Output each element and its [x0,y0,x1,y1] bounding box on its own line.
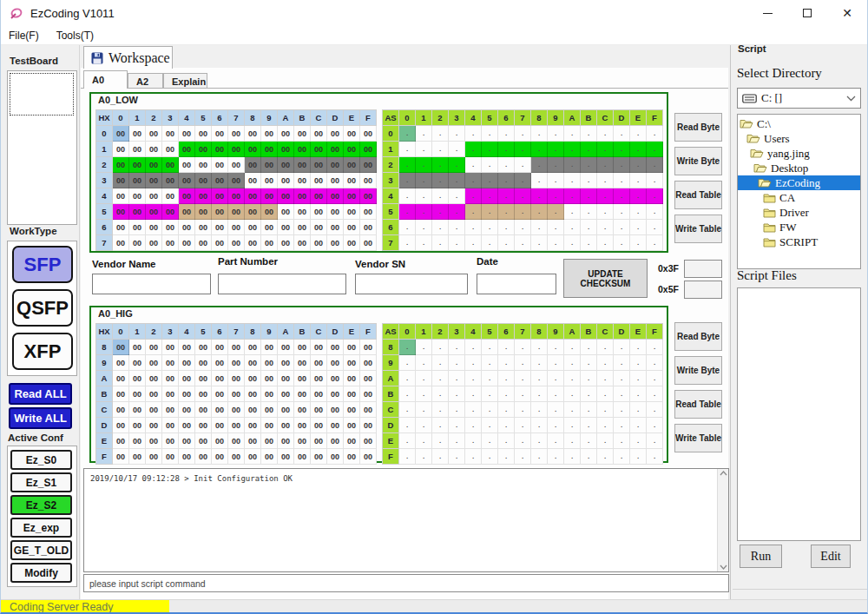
worktype-button-sfp[interactable]: SFP [12,246,73,283]
ascii-cell[interactable]: . [647,449,663,465]
ascii-cell[interactable]: . [498,126,515,142]
hex-cell[interactable]: 00 [162,142,179,157]
tree-item-driver[interactable]: Driver [738,205,860,220]
ascii-cell[interactable]: . [564,188,581,204]
hex-cell[interactable]: 00 [212,402,228,418]
hex-cell[interactable]: 00 [129,157,146,173]
hex-cell[interactable]: 00 [195,402,212,418]
ascii-cell[interactable]: . [482,371,498,386]
hex-cell[interactable]: 00 [179,220,195,235]
ascii-cell[interactable]: . [465,433,482,449]
ascii-cell[interactable]: . [597,402,614,418]
ascii-cell[interactable]: . [647,188,663,204]
ascii-cell[interactable]: . [548,386,564,402]
hex-cell[interactable]: 00 [212,173,228,188]
hex-cell[interactable]: 00 [228,355,245,371]
ascii-cell[interactable]: . [449,142,465,157]
hex-cell[interactable]: 00 [113,340,129,355]
hex-cell[interactable]: 00 [162,340,179,355]
hex-cell[interactable]: 00 [146,220,162,235]
hex-cell[interactable]: 00 [113,371,129,386]
ascii-cell[interactable]: . [581,418,597,433]
hex-cell[interactable]: 00 [360,220,377,235]
ascii-cell[interactable]: . [432,418,449,433]
hex-cell[interactable]: 00 [245,157,261,173]
hex-cell[interactable]: 00 [344,235,360,251]
menu-item-tools[interactable]: Tools(T) [56,30,94,42]
hex-cell[interactable]: 00 [146,418,162,433]
hex-cell[interactable]: 00 [360,188,377,204]
hex-cell[interactable]: 00 [113,204,129,220]
ascii-cell[interactable]: . [399,340,416,355]
hex-cell[interactable]: 00 [278,126,294,142]
ascii-cell[interactable]: . [399,418,416,433]
hex-cell[interactable]: 00 [129,204,146,220]
hex-cell[interactable]: 00 [360,157,377,173]
ascii-cell[interactable]: . [515,386,531,402]
hex-cell[interactable]: 00 [245,173,261,188]
hex-cell[interactable]: 00 [195,386,212,402]
hex-cell[interactable]: 00 [129,126,146,142]
hex-cell[interactable]: 00 [146,340,162,355]
ascii-cell[interactable]: . [482,235,498,251]
ascii-cell[interactable]: . [498,142,515,157]
log-output-area[interactable]: 2019/10/17 09:12:28 > Init Configuration… [83,468,729,572]
ascii-cell[interactable]: . [548,371,564,386]
hex-cell[interactable]: 00 [245,188,261,204]
hex-cell[interactable]: 00 [228,235,245,251]
hex-cell[interactable]: 00 [129,418,146,433]
ascii-cell[interactable]: . [432,188,449,204]
ascii-cell[interactable]: . [498,173,515,188]
ascii-cell[interactable]: . [597,173,614,188]
ascii-cell[interactable]: . [515,126,531,142]
hex-cell[interactable]: 00 [360,340,377,355]
hex-cell[interactable]: 00 [278,371,294,386]
hex-cell[interactable]: 00 [129,173,146,188]
ascii-cell[interactable]: . [399,371,416,386]
ascii-cell[interactable]: . [515,204,531,220]
ascii-cell[interactable]: . [498,204,515,220]
hex-cell[interactable]: 00 [311,157,327,173]
ascii-cell[interactable]: . [498,355,515,371]
write-table-button-high[interactable]: Write Table [674,424,722,452]
update-checksum-button[interactable]: UPDATE CHECKSUM [563,259,648,298]
ascii-cell[interactable]: . [548,173,564,188]
worktype-button-xfp[interactable]: XFP [12,333,73,370]
hex-cell[interactable]: 00 [278,157,294,173]
ascii-cell[interactable]: . [531,386,548,402]
ascii-cell[interactable]: . [515,355,531,371]
hex-cell[interactable]: 00 [344,386,360,402]
hex-cell[interactable]: 00 [294,220,311,235]
hex-cell[interactable]: 00 [344,449,360,465]
hex-cell[interactable]: 00 [311,204,327,220]
hex-cell[interactable]: 00 [228,433,245,449]
hex-cell[interactable]: 00 [344,418,360,433]
ascii-cell[interactable]: . [597,386,614,402]
ascii-cell[interactable]: . [515,157,531,173]
hex-cell[interactable]: 00 [327,235,344,251]
ascii-cell[interactable]: . [432,220,449,235]
hex-cell[interactable]: 00 [113,235,129,251]
ascii-cell[interactable]: . [465,204,482,220]
tree-item-users[interactable]: Users [738,131,860,146]
hex-cell[interactable]: 00 [360,355,377,371]
ascii-cell[interactable]: . [614,126,630,142]
hex-cell[interactable]: 00 [228,449,245,465]
ascii-cell[interactable]: . [515,402,531,418]
ascii-cell[interactable]: . [647,418,663,433]
hex-cell[interactable]: 00 [261,204,278,220]
ascii-cell[interactable]: . [432,433,449,449]
ascii-cell[interactable]: . [630,340,647,355]
hex-cell[interactable]: 00 [212,157,228,173]
hex-cell[interactable]: 00 [278,188,294,204]
hex-cell[interactable]: 00 [146,371,162,386]
hex-cell[interactable]: 00 [294,433,311,449]
ascii-cell[interactable]: . [465,235,482,251]
hex-cell[interactable]: 00 [146,386,162,402]
hex-cell[interactable]: 00 [245,204,261,220]
hex-cell[interactable]: 00 [327,157,344,173]
hex-cell[interactable]: 00 [212,188,228,204]
hex-cell[interactable]: 00 [162,449,179,465]
hex-cell[interactable]: 00 [179,340,195,355]
ascii-cell[interactable]: . [416,188,432,204]
